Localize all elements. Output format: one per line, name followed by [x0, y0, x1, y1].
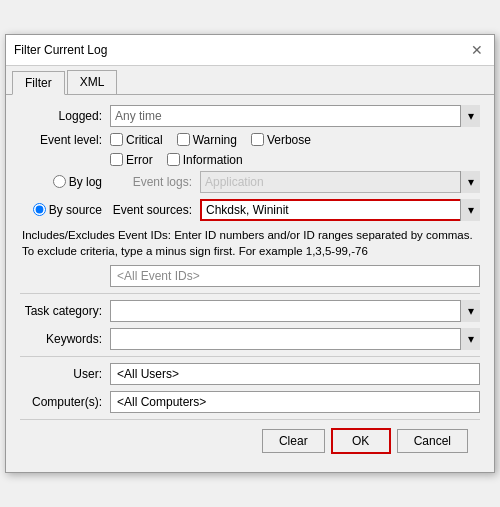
by-source-row: By source Event sources: ▾	[20, 199, 480, 221]
event-logs-select[interactable]: Application	[200, 171, 480, 193]
task-category-select[interactable]	[110, 300, 480, 322]
tab-bar: Filter XML	[6, 66, 494, 95]
tab-xml[interactable]: XML	[67, 70, 118, 94]
filter-current-log-dialog: Filter Current Log ✕ Filter XML Logged: …	[5, 34, 495, 473]
logged-select[interactable]: Any time	[110, 105, 480, 127]
critical-label: Critical	[126, 133, 163, 147]
warning-label: Warning	[193, 133, 237, 147]
task-category-row: Task category: ▾	[20, 300, 480, 322]
keywords-row: Keywords: ▾	[20, 328, 480, 350]
logged-row: Logged: Any time ▾	[20, 105, 480, 127]
checkbox-critical: Critical	[110, 133, 163, 147]
user-row: User:	[20, 363, 480, 385]
critical-checkbox[interactable]	[110, 133, 123, 146]
event-sources-input[interactable]	[200, 199, 480, 221]
by-source-label: By source	[49, 203, 102, 217]
divider1	[20, 293, 480, 294]
user-input[interactable]	[110, 363, 480, 385]
footer: Clear OK Cancel	[20, 419, 480, 462]
event-sources-wrapper: ▾	[200, 199, 480, 221]
logged-label: Logged:	[20, 109, 110, 123]
title-bar: Filter Current Log ✕	[6, 35, 494, 66]
event-level-label-row: Event level: Critical Warning Verbose	[20, 133, 480, 147]
computer-row: Computer(s):	[20, 391, 480, 413]
logged-select-wrapper: Any time ▾	[110, 105, 480, 127]
by-log-radio-wrapper: By log	[20, 175, 110, 189]
info-text: Includes/Excludes Event IDs: Enter ID nu…	[20, 227, 480, 259]
computer-label: Computer(s):	[20, 395, 110, 409]
event-logs-label: Event logs:	[110, 175, 200, 189]
event-sources-label: Event sources:	[110, 203, 200, 217]
by-source-radio[interactable]	[33, 203, 46, 216]
divider2	[20, 356, 480, 357]
checkbox-verbose: Verbose	[251, 133, 311, 147]
by-log-label: By log	[69, 175, 102, 189]
keywords-select-wrapper: ▾	[110, 328, 480, 350]
verbose-label: Verbose	[267, 133, 311, 147]
event-ids-row	[20, 265, 480, 287]
by-log-radio[interactable]	[53, 175, 66, 188]
keywords-select[interactable]	[110, 328, 480, 350]
checkbox-error: Error	[110, 153, 153, 167]
cancel-button[interactable]: Cancel	[397, 429, 468, 453]
checkbox-warning: Warning	[177, 133, 237, 147]
error-label: Error	[126, 153, 153, 167]
event-ids-input[interactable]	[110, 265, 480, 287]
checkboxes-row1: Critical Warning Verbose	[110, 133, 325, 147]
checkboxes-row2: Error Information	[20, 153, 480, 167]
user-label: User:	[20, 367, 110, 381]
keywords-label: Keywords:	[20, 332, 110, 346]
event-logs-select-wrapper: Application ▾	[200, 171, 480, 193]
ok-button[interactable]: OK	[331, 428, 391, 454]
by-log-row: By log Event logs: Application ▾	[20, 171, 480, 193]
information-label: Information	[183, 153, 243, 167]
verbose-checkbox[interactable]	[251, 133, 264, 146]
window-title: Filter Current Log	[14, 43, 107, 57]
warning-checkbox[interactable]	[177, 133, 190, 146]
form-content: Logged: Any time ▾ Event level: Critical	[6, 95, 494, 472]
clear-button[interactable]: Clear	[262, 429, 325, 453]
computer-input[interactable]	[110, 391, 480, 413]
close-button[interactable]: ✕	[468, 41, 486, 59]
task-category-select-wrapper: ▾	[110, 300, 480, 322]
by-source-radio-wrapper: By source	[20, 203, 110, 217]
event-level-label: Event level:	[20, 133, 110, 147]
task-category-label: Task category:	[20, 304, 110, 318]
error-checkbox[interactable]	[110, 153, 123, 166]
checkbox-information: Information	[167, 153, 243, 167]
information-checkbox[interactable]	[167, 153, 180, 166]
tab-filter[interactable]: Filter	[12, 71, 65, 95]
